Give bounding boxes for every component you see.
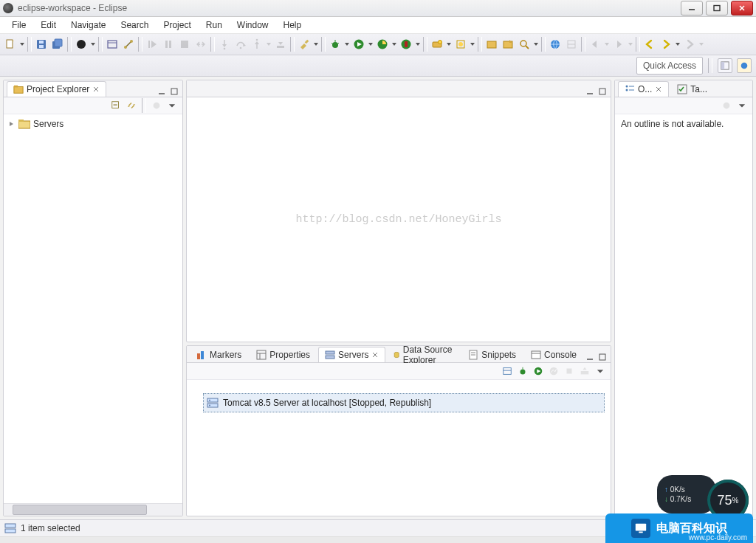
step-into-button[interactable] <box>217 37 232 52</box>
tab-properties[interactable]: Properties <box>250 347 317 362</box>
tab-snippets[interactable]: Snippets <box>461 347 523 362</box>
new-component-button[interactable] <box>453 37 468 52</box>
tab-outline[interactable]: O... <box>618 81 669 97</box>
forward-history-dropdown[interactable] <box>698 42 704 46</box>
no-servers-filter-button[interactable] <box>501 365 513 377</box>
build-button[interactable] <box>297 37 312 52</box>
run-last-dropdown[interactable] <box>90 42 96 46</box>
menu-project[interactable]: Project <box>156 18 198 32</box>
stop-server-button[interactable] <box>563 365 575 377</box>
close-icon[interactable] <box>371 351 379 359</box>
run-dropdown[interactable] <box>368 42 374 46</box>
editor-body[interactable]: http://blog.csdn.net/HoneyGirls <box>187 97 611 342</box>
build-dropdown[interactable] <box>313 42 319 46</box>
minimize-button[interactable] <box>681 1 703 15</box>
open-task-button[interactable] <box>501 37 515 52</box>
view-menu-button[interactable] <box>166 100 178 111</box>
tab-markers[interactable]: Markers <box>190 347 248 362</box>
tree-item-servers[interactable]: Servers <box>8 117 178 131</box>
drop-to-frame-button[interactable] <box>273 37 288 52</box>
prev-edit-dropdown[interactable] <box>604 42 610 46</box>
close-icon[interactable] <box>92 86 100 93</box>
project-explorer-tab[interactable]: Project Explorer <box>7 81 106 97</box>
servers-view-menu-button[interactable] <box>594 365 606 377</box>
next-edit-button[interactable] <box>611 37 626 52</box>
link-with-editor-button[interactable] <box>126 100 137 111</box>
servers-list[interactable]: Tomcat v8.5 Server at localhost [Stopped… <box>187 380 611 516</box>
suspend-button[interactable] <box>161 37 176 52</box>
tab-data-source-explorer[interactable]: Data Source Explorer <box>387 347 460 362</box>
menu-help[interactable]: Help <box>276 18 309 32</box>
link-editor-button[interactable] <box>121 37 136 52</box>
maximize-view-button[interactable] <box>169 86 179 97</box>
debug-button[interactable] <box>328 37 343 52</box>
forward-small-button[interactable] <box>659 37 673 52</box>
prev-edit-button[interactable] <box>588 37 602 52</box>
coverage-dropdown[interactable] <box>391 42 397 46</box>
search-button[interactable] <box>517 37 532 52</box>
start-debug-server-button[interactable] <box>517 365 529 377</box>
step-over-button[interactable] <box>233 37 248 52</box>
maximize-bottom-button[interactable] <box>597 352 608 362</box>
save-button[interactable] <box>34 37 49 52</box>
step-return-button[interactable] <box>250 37 264 52</box>
minimize-bottom-button[interactable] <box>585 352 595 362</box>
project-explorer-tree[interactable]: Servers <box>4 114 182 503</box>
close-button[interactable] <box>731 1 753 15</box>
horizontal-scrollbar[interactable] <box>4 503 182 516</box>
search-dropdown[interactable] <box>533 42 539 46</box>
next-edit-dropdown[interactable] <box>628 42 633 46</box>
publish-server-button[interactable] <box>579 365 591 377</box>
tab-servers[interactable]: Servers <box>318 347 385 362</box>
external-tools-dropdown[interactable] <box>415 42 421 46</box>
expand-icon[interactable] <box>8 120 16 128</box>
menu-file[interactable]: File <box>4 18 33 32</box>
tab-tasklist[interactable]: Ta... <box>670 81 714 97</box>
close-icon[interactable] <box>655 86 662 93</box>
menu-window[interactable]: Window <box>230 18 276 32</box>
focus-outline-button[interactable] <box>721 100 732 111</box>
new-server-dropdown[interactable] <box>446 42 452 46</box>
open-perspective-button[interactable] <box>718 58 732 73</box>
disconnect-button[interactable] <box>193 37 208 52</box>
back-button[interactable] <box>642 37 657 52</box>
open-type-button[interactable] <box>484 37 499 52</box>
collapse-all-button[interactable] <box>110 100 122 111</box>
run-last-button[interactable] <box>74 37 89 52</box>
maximize-button[interactable] <box>706 1 728 15</box>
profile-server-button[interactable] <box>548 365 560 377</box>
run-button[interactable] <box>351 37 366 52</box>
minimize-view-button[interactable] <box>157 86 167 97</box>
annotation-nav-button[interactable] <box>564 37 579 52</box>
menu-search[interactable]: Search <box>113 18 156 32</box>
quick-access-input[interactable]: Quick Access <box>636 57 703 75</box>
minimize-editor-button[interactable] <box>585 86 595 97</box>
focus-task-button[interactable] <box>151 100 162 111</box>
back-history-dropdown[interactable] <box>675 42 681 46</box>
new-dropdown[interactable] <box>19 42 25 46</box>
java-ee-perspective-button[interactable] <box>737 58 752 73</box>
maximize-editor-button[interactable] <box>597 86 608 97</box>
tab-console[interactable]: Console <box>524 347 583 362</box>
step-filters-dropdown[interactable] <box>266 42 272 46</box>
forward-button[interactable] <box>682 37 697 52</box>
outline-view-menu-button[interactable] <box>736 100 748 111</box>
debug-dropdown[interactable] <box>344 42 350 46</box>
menu-edit[interactable]: Edit <box>33 18 63 32</box>
resume-button[interactable] <box>145 37 159 52</box>
start-server-button[interactable] <box>532 365 544 377</box>
scrollbar-thumb[interactable] <box>13 505 147 515</box>
server-item-tomcat[interactable]: Tomcat v8.5 Server at localhost [Stopped… <box>203 393 605 412</box>
save-all-button[interactable] <box>50 37 65 52</box>
web-browser-button[interactable] <box>548 37 563 52</box>
menu-navigate[interactable]: Navigate <box>63 18 113 32</box>
terminate-button[interactable] <box>177 37 192 52</box>
new-button[interactable] <box>3 37 18 52</box>
external-tools-button[interactable] <box>399 37 413 52</box>
markers-icon <box>196 350 207 360</box>
new-component-dropdown[interactable] <box>470 42 475 46</box>
menu-run[interactable]: Run <box>199 18 230 32</box>
coverage-button[interactable] <box>375 37 390 52</box>
new-server-button[interactable] <box>430 37 444 52</box>
toggle-breadcrumb-button[interactable] <box>105 37 120 52</box>
